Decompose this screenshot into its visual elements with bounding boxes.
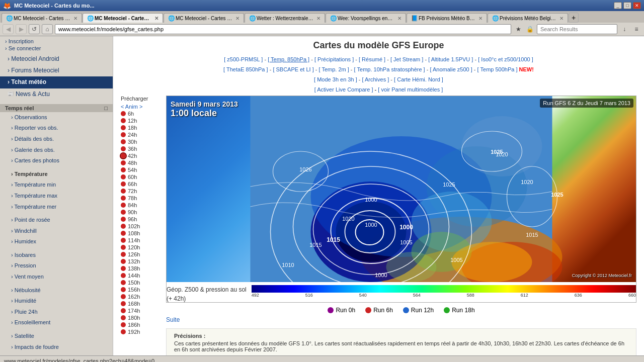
sidebar-pression-item[interactable]: › Pression <box>0 260 113 272</box>
link-jetstream[interactable]: [ Jet Stream ] <box>390 56 423 62</box>
time-item-162h[interactable]: 162h <box>121 293 161 300</box>
link-z500[interactable]: [ z500-PRMSL ] <box>224 56 263 62</box>
tab-close-1[interactable]: ✕ <box>73 16 77 21</box>
time-item-18h[interactable]: 18h <box>121 124 161 131</box>
sidebar-point-rosee-item[interactable]: › Point de rosée <box>0 215 113 226</box>
tab-close-7[interactable]: ✕ <box>559 16 564 21</box>
sidebar-details-item[interactable]: › Détails des obs. <box>0 134 113 145</box>
time-item-84h[interactable]: 84h <box>121 202 161 209</box>
link-temp500[interactable]: [ Temp 500hPa ] <box>477 66 518 72</box>
link-temp2m[interactable]: [ Temp. 2m ] <box>318 66 349 72</box>
time-item-132h[interactable]: 132h <box>121 258 161 265</box>
sidebar-inscription-link[interactable]: › Inscription <box>5 38 108 45</box>
link-resume[interactable]: [ Résumé ] <box>359 56 385 62</box>
time-item-186h[interactable]: 186h <box>121 321 161 328</box>
time-item-180h[interactable]: 180h <box>121 314 161 321</box>
time-item-90h[interactable]: 90h <box>121 209 161 216</box>
time-item-96h[interactable]: 96h <box>121 216 161 223</box>
settings-button[interactable]: ≡ <box>631 24 641 34</box>
link-altitude[interactable]: [ Altitude 1.5PVU ] <box>428 56 473 62</box>
time-item-54h[interactable]: 54h <box>121 166 161 173</box>
sidebar-reporter-item[interactable]: › Reporter vos obs. <box>0 123 113 134</box>
tab-close-4[interactable]: ✕ <box>316 16 320 21</box>
time-item-42h[interactable]: 42h <box>121 152 161 159</box>
sidebar-cartes-photos-item[interactable]: › Cartes des photos <box>0 155 113 166</box>
sidebar-tchat-item[interactable]: › Tchat météo <box>0 76 113 88</box>
sidebar-satellite-item[interactable]: › Satellite <box>0 331 113 342</box>
time-item-150h[interactable]: 150h <box>121 279 161 286</box>
link-sbcape[interactable]: [ SBCAPE et LI ] <box>273 66 313 72</box>
sidebar-news-item[interactable]: 📰 News & Actu <box>0 88 113 100</box>
link-anomalie[interactable]: [ Anomalie z500 ] <box>430 66 472 72</box>
minimize-button[interactable]: _ <box>614 2 622 9</box>
tab-close-6[interactable]: ✕ <box>478 16 482 21</box>
sidebar-foudre-item[interactable]: › Impacts de foudre <box>0 342 113 353</box>
link-temp850[interactable]: [ Temp. 850hPa ] <box>268 56 309 62</box>
bookmark-button[interactable]: ★ <box>513 24 523 34</box>
time-item-102h[interactable]: 102h <box>121 223 161 230</box>
sidebar-ensoleillement-item[interactable]: › Ensoleillement <box>0 317 113 328</box>
sidebar-temp-mer-item[interactable]: › Température mer <box>0 202 113 213</box>
tab-1[interactable]: 🌐 MC Meteociel - Cartes du mo... ✕ <box>2 13 82 23</box>
sidebar-radar-item[interactable]: › Radar précipitations <box>0 352 113 355</box>
time-item-60h[interactable]: 60h <box>121 173 161 180</box>
tab-6[interactable]: 📘 FB Prévisions Météo Belgique ✕ <box>407 13 487 23</box>
link-iso0[interactable]: [ Iso0°c et z500/1000 ] <box>478 56 533 62</box>
time-item-12h[interactable]: 12h <box>121 117 161 124</box>
sidebar-connecter-link[interactable]: › Se connecter <box>5 45 108 52</box>
sidebar-windchill-item[interactable]: › Windchill <box>0 226 113 237</box>
time-item-72h[interactable]: 72h <box>121 188 161 195</box>
tab-4[interactable]: 🌐 Wetter : Wetterzentrale : T... ✕ <box>245 13 325 23</box>
time-item-174h[interactable]: 174h <box>121 307 161 314</box>
close-button[interactable]: ✕ <box>633 2 641 9</box>
home-button[interactable]: ⌂ <box>42 24 53 34</box>
time-item-6h[interactable]: 6h <box>121 110 161 117</box>
downloads-button[interactable]: ↓ <box>619 24 629 34</box>
time-item-168h[interactable]: 168h <box>121 300 161 307</box>
link-temp10[interactable]: [ Temp. 10hPa stratosphère ] <box>354 66 425 72</box>
time-item-30h[interactable]: 30h <box>121 138 161 145</box>
link-carte-hemi[interactable]: [ Carte Hémi. Nord ] <box>394 76 443 82</box>
tab-close-2[interactable]: ✕ <box>154 16 158 21</box>
tab-7[interactable]: 🌐 Prévisions Météo Belgique... ✕ <box>488 13 568 23</box>
sidebar-temp-min-item[interactable]: › Température min <box>0 179 113 191</box>
sidebar-android-item[interactable]: › Meteociel Android <box>0 53 113 65</box>
sidebar-forums-item[interactable]: › Forums Meteociel <box>0 65 113 76</box>
forward-button[interactable]: ▶ <box>16 24 27 34</box>
time-item-78h[interactable]: 78h <box>121 195 161 202</box>
tab-5[interactable]: 🌐 Wee: Voorspellings ense... ✕ <box>326 13 406 23</box>
tab-close-5[interactable]: ✕ <box>397 16 401 21</box>
time-item-36h[interactable]: 36h <box>121 145 161 152</box>
tab-2[interactable]: 🌐 MC Meteociel - Cartes du mo... ✕ <box>83 13 163 23</box>
time-item-108h[interactable]: 108h <box>121 230 161 237</box>
sidebar-galerie-item[interactable]: › Galerie des obs. <box>0 145 113 156</box>
time-item-192h[interactable]: 192h <box>121 328 161 335</box>
time-item-48h[interactable]: 48h <box>121 159 161 166</box>
link-precip[interactable]: [ Précipitations ] <box>314 56 354 62</box>
time-item-126h[interactable]: 126h <box>121 251 161 258</box>
reload-button[interactable]: ↺ <box>29 24 40 34</box>
anim-button[interactable]: < Anim > <box>121 104 142 110</box>
new-tab-button[interactable]: + <box>569 13 579 23</box>
link-archives[interactable]: [ Archives ] <box>362 76 389 82</box>
time-item-144h[interactable]: 144h <box>121 272 161 279</box>
sidebar-humidex-item[interactable]: › Humidex <box>0 236 113 247</box>
sidebar-temperature-header[interactable]: › Température <box>0 169 113 180</box>
time-item-24h[interactable]: 24h <box>121 131 161 138</box>
sidebar-observations-item[interactable]: › Observations <box>0 112 113 123</box>
sidebar-isobares-item[interactable]: › Isobares <box>0 250 113 261</box>
sidebar-pluie-item[interactable]: › Pluie 24h <box>0 307 113 318</box>
maximize-button[interactable]: □ <box>623 2 631 9</box>
sidebar-temps-reel-header[interactable]: Temps réel □ <box>0 104 113 112</box>
tab-close-3[interactable]: ✕ <box>235 16 239 21</box>
time-item-120h[interactable]: 120h <box>121 244 161 251</box>
sidebar-temp-max-item[interactable]: › Température max <box>0 191 113 202</box>
sidebar-nebulosite-item[interactable]: › Nébulosité <box>0 285 113 296</box>
back-button[interactable]: ◀ <box>3 24 14 34</box>
search-bar[interactable] <box>537 24 617 34</box>
time-item-138h[interactable]: 138h <box>121 265 161 272</box>
link-live-compare[interactable]: [ Activer Live Compare ] <box>314 86 373 93</box>
link-mode3h[interactable]: [ Mode 3h en 3h ] <box>314 76 357 82</box>
sidebar-vent-moyen-item[interactable]: › Vent moyen <box>0 272 113 283</box>
tab-3[interactable]: 🌐 MC Meteociel - Cartes du mo... ✕ <box>164 13 244 23</box>
